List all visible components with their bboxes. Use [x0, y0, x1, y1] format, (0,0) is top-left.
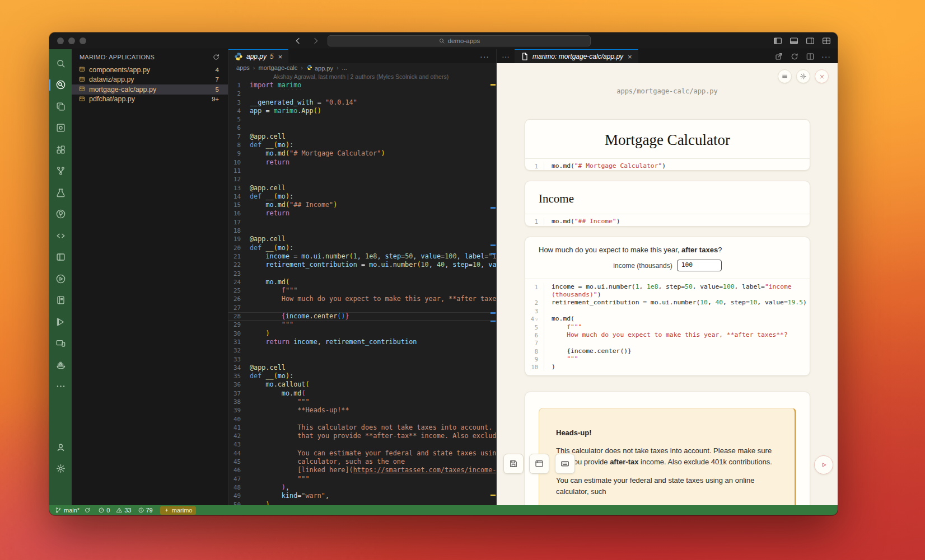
activity-docker-icon[interactable] — [49, 354, 72, 376]
activity-search-icon[interactable] — [49, 53, 72, 74]
file-item-components[interactable]: components/app.py4 — [72, 65, 228, 75]
code-line-32[interactable]: 32 — [228, 346, 496, 355]
code-line-6[interactable]: 6 — [228, 124, 496, 132]
activity-devices-icon[interactable] — [49, 333, 72, 355]
code-line-48[interactable]: 48 ), — [228, 483, 496, 492]
forward-icon[interactable] — [311, 36, 320, 45]
code-line-24[interactable]: 24 mo.md( — [228, 278, 496, 286]
activity-run-icon[interactable] — [49, 268, 72, 290]
code-line-50[interactable]: 50 ) — [228, 501, 496, 505]
code-line-28[interactable]: 28 {income.center()} — [228, 312, 496, 321]
toggle-secondary-sidebar-icon[interactable] — [806, 36, 815, 45]
code-line-9[interactable]: 9 mo.md("# Mortgage Calculator") — [228, 149, 496, 158]
code-line-19[interactable]: 19@app.cell — [228, 235, 496, 243]
command-center[interactable]: demo-apps — [328, 35, 591, 46]
settings-button[interactable] — [796, 69, 810, 83]
editor-actions-overflow-icon[interactable]: ··· — [497, 49, 515, 63]
code-line-1[interactable]: 1import marimo — [228, 81, 496, 90]
window-controls[interactable] — [57, 37, 86, 44]
reload-preview-icon[interactable] — [790, 52, 799, 61]
code-line-26[interactable]: 26 How much do you expect to make this y… — [228, 295, 496, 303]
breadcrumb-item[interactable]: app.py — [306, 64, 333, 72]
marimo-status-badge[interactable]: marimo — [160, 506, 197, 515]
code-line-13[interactable]: 13@app.cell — [228, 184, 496, 192]
breadcrumb-item[interactable]: ... — [342, 64, 347, 71]
code-line-46[interactable]: 46 [linked here](https://smartasset.com/… — [228, 466, 496, 474]
code-line-3[interactable]: 3__generated_with = "0.0.14" — [228, 98, 496, 107]
code-line-39[interactable]: 39 **Heads-up!** — [228, 406, 496, 415]
code-line-33[interactable]: 33 — [228, 355, 496, 364]
code-line-30[interactable]: 30 ) — [228, 330, 496, 338]
open-in-browser-icon[interactable] — [774, 52, 783, 61]
code-line-31[interactable]: 31 return income, retirement_contributio… — [228, 338, 496, 346]
code-line-43[interactable]: 43 — [228, 440, 496, 449]
activity-extensions-icon[interactable] — [49, 139, 72, 161]
activity-account-icon[interactable] — [49, 436, 72, 458]
code-line-47[interactable]: 47 """ — [228, 475, 496, 483]
activity-copy-icon[interactable] — [49, 96, 72, 117]
code-line-20[interactable]: 20def __(mo): — [228, 244, 496, 252]
tab-marimo-preview[interactable]: marimo: mortgage-calc/app.py × — [515, 49, 638, 63]
code-line-18[interactable]: 18 — [228, 227, 496, 235]
shutdown-button[interactable] — [815, 69, 829, 83]
activity-settings-icon[interactable] — [49, 458, 72, 480]
shortcuts-button[interactable] — [555, 454, 575, 474]
code-line-27[interactable]: 27 — [228, 304, 496, 312]
code-line-42[interactable]: 42 that you provide **after-tax** income… — [228, 432, 496, 440]
panel-button[interactable] — [529, 454, 549, 474]
activity-beaker-icon[interactable] — [49, 182, 72, 204]
code-line-8[interactable]: 8def __(mo): — [228, 141, 496, 149]
code-line-16[interactable]: 16 return — [228, 209, 496, 218]
back-icon[interactable] — [293, 36, 302, 45]
preview-more-actions-icon[interactable]: ··· — [821, 52, 831, 61]
more-actions-icon[interactable]: ··· — [480, 52, 489, 61]
activity-more-icon[interactable] — [49, 376, 72, 398]
code-line-35[interactable]: 35def __(mo): — [228, 372, 496, 380]
menu-button[interactable] — [778, 69, 792, 83]
breadcrumb[interactable]: apps›mortgage-calc›app.py›... — [228, 63, 496, 72]
activity-code-icon[interactable] — [49, 225, 72, 247]
breadcrumb-item[interactable]: apps — [236, 64, 250, 71]
code-line-44[interactable]: 44 You can estimate your federal and sta… — [228, 449, 496, 458]
split-editor-icon[interactable] — [806, 52, 815, 61]
code-line-7[interactable]: 7@app.cell — [228, 133, 496, 141]
code-line-17[interactable]: 17 — [228, 218, 496, 227]
refresh-icon[interactable] — [212, 53, 220, 61]
income-number-input[interactable]: 100 — [677, 260, 722, 271]
close-tab-icon[interactable]: × — [278, 53, 283, 61]
code-line-40[interactable]: 40 — [228, 415, 496, 423]
code-line-12[interactable]: 12 — [228, 175, 496, 183]
code-line-5[interactable]: 5 — [228, 115, 496, 124]
file-item-dataviz[interactable]: dataviz/app.py7 — [72, 75, 228, 85]
breadcrumb-item[interactable]: mortgage-calc — [259, 64, 298, 71]
code-line-49[interactable]: 49 kind="warn", — [228, 492, 496, 500]
toggle-panel-icon[interactable] — [789, 36, 798, 45]
activity-marimo-icon[interactable] — [49, 74, 72, 96]
activity-notebook-icon[interactable] — [49, 290, 72, 312]
toggle-sidebar-icon[interactable] — [773, 36, 782, 45]
code-line-25[interactable]: 25 f""" — [228, 286, 496, 295]
activity-git-fork-icon[interactable] — [49, 161, 72, 182]
code-line-11[interactable]: 11 — [228, 167, 496, 175]
code-line-29[interactable]: 29 """ — [228, 321, 496, 329]
tab-app-py[interactable]: app.py 5 × — [228, 49, 288, 63]
code-line-34[interactable]: 34@app.cell — [228, 364, 496, 372]
problems-status[interactable]: 0 33 79 — [98, 507, 153, 514]
file-item-pdfchat[interactable]: pdfchat/app.py9+ — [72, 95, 228, 105]
zoom-window-button[interactable] — [80, 37, 86, 44]
code-line-37[interactable]: 37 mo.md( — [228, 389, 496, 398]
code-line-2[interactable]: 2 — [228, 90, 496, 98]
code-line-45[interactable]: 45 calculator, such as the one — [228, 458, 496, 466]
code-line-23[interactable]: 23 — [228, 270, 496, 278]
close-window-button[interactable] — [57, 37, 64, 44]
code-line-22[interactable]: 22 retirement_contribution = mo.ui.numbe… — [228, 261, 496, 269]
file-item-mortgage-calc[interactable]: mortgage-calc/app.py5 — [72, 84, 228, 95]
code-editor[interactable]: 1import marimo23__generated_with = "0.0.… — [228, 81, 496, 505]
activity-github-icon[interactable] — [49, 204, 72, 225]
close-preview-tab-icon[interactable]: × — [628, 53, 632, 61]
sync-icon[interactable] — [84, 507, 91, 514]
code-line-14[interactable]: 14def __(mo): — [228, 192, 496, 201]
code-line-4[interactable]: 4app = marimo.App() — [228, 107, 496, 115]
save-button[interactable] — [503, 454, 524, 474]
code-line-10[interactable]: 10 return — [228, 158, 496, 167]
